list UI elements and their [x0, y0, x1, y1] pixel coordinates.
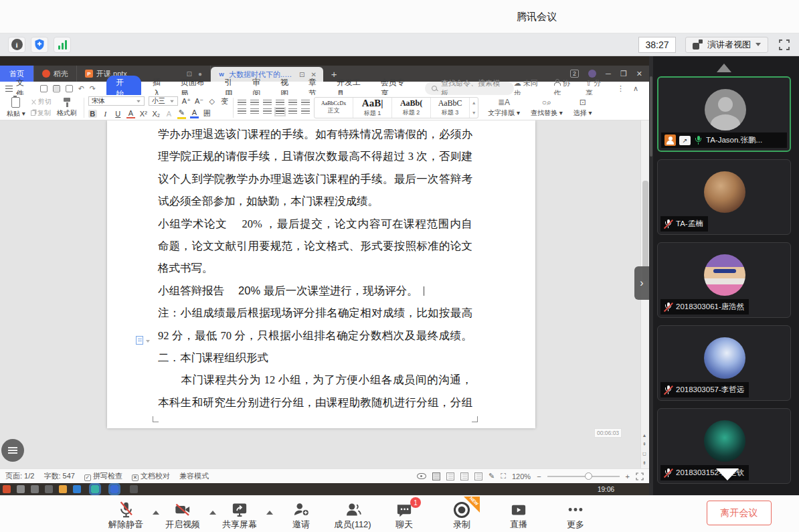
style-normal[interactable]: AaBbCcDx正文 — [315, 98, 353, 118]
members-button[interactable]: 成员(112) — [323, 499, 382, 531]
doc-line[interactable]: 注：小组成绩最后根据现场评分排名确定相对成绩，比如按最高 — [158, 302, 472, 324]
styles-up-icon[interactable]: ▲ — [472, 100, 476, 105]
align-center-button[interactable] — [250, 108, 259, 115]
doc-line[interactable]: 学办办理退选该门课程的手续。如有特殊情况需请假的，必须办 — [158, 123, 472, 145]
taskbar-browser-icon[interactable] — [73, 485, 81, 493]
shrink-font-button[interactable]: A⁻ — [195, 97, 203, 106]
char-scale-button[interactable] — [288, 100, 297, 106]
scroll-down-arrow[interactable] — [716, 468, 739, 480]
zoom-level[interactable]: 120% — [512, 472, 531, 480]
doc-line[interactable]: 命题，论文文献引用要规范，论文格式、形式要按照标准的论文 — [158, 235, 472, 257]
participant-tile[interactable]: ↗ TA-Jason.张鹏... — [657, 76, 791, 152]
security-button[interactable] — [31, 37, 48, 53]
find-replace-button[interactable]: ○⌕查找替换 ▾ — [525, 98, 568, 118]
doc-heading[interactable]: 二．本门课程组织形式 — [158, 347, 472, 369]
bold-button[interactable]: B — [88, 110, 97, 118]
italic-button[interactable]: I — [101, 110, 110, 118]
spellcheck-toggle[interactable]: ✓拼写检查 — [84, 471, 122, 481]
char-border-button[interactable]: 囲 — [203, 108, 211, 118]
invite-button[interactable]: 邀请 — [276, 499, 326, 531]
font-size-select[interactable]: 小三 — [149, 96, 178, 106]
highlight-button[interactable]: ✎ — [177, 108, 186, 119]
text-layout-button[interactable]: ≣A文字排版 ▾ — [482, 98, 525, 118]
chat-button[interactable]: 1 聊天 — [379, 499, 429, 531]
live-button[interactable]: 直播 — [493, 499, 544, 531]
sidebar-collapse-handle[interactable]: › — [634, 266, 649, 300]
doc-line[interactable]: 本科生和研究生分别进行分组，由课程助教随机进行分组，分组 — [158, 391, 472, 414]
taskbar-search-icon[interactable] — [17, 485, 25, 493]
fullscreen-doc-icon[interactable] — [636, 472, 644, 480]
font-color-button[interactable]: A — [126, 109, 135, 118]
proofread-toggle[interactable]: ✕文档校对 — [132, 471, 170, 481]
taskbar-app-icon[interactable] — [130, 485, 138, 493]
paragraph-format-icon[interactable] — [136, 336, 143, 345]
save-icon[interactable] — [40, 85, 48, 92]
grow-font-button[interactable]: A⁺ — [182, 97, 191, 106]
doc-line[interactable]: 小组答辩报告 20% 最后一次课堂进行，现场评分。 — [158, 280, 472, 302]
zoom-slider[interactable] — [547, 476, 620, 477]
superscript-button[interactable]: X² — [139, 110, 148, 118]
char-shading-button[interactable]: A — [165, 110, 173, 118]
justify-button[interactable] — [276, 108, 284, 115]
taskbar-word-icon[interactable] — [110, 485, 118, 493]
share-options-arrow[interactable] — [266, 511, 273, 515]
record-button[interactable]: NEW 录制 — [436, 499, 487, 531]
number-list-button[interactable] — [250, 100, 259, 106]
align-right-button[interactable] — [263, 108, 272, 115]
style-heading2[interactable]: AaBb(标题 2 — [392, 98, 431, 118]
scroll-up-arrow[interactable] — [717, 64, 731, 72]
taskbar-app-icon[interactable] — [3, 485, 11, 493]
style-heading3[interactable]: AaBbC标题 3 — [431, 98, 470, 118]
doc-line[interactable]: 格式书写。 — [158, 257, 472, 279]
network-status-button[interactable] — [54, 37, 71, 53]
doc-line[interactable]: 本门课程共分为 12 小组，为了方便小组各成员间的沟通， — [158, 369, 472, 391]
zoom-slider-knob[interactable] — [585, 472, 592, 480]
ink-icon[interactable]: ✎ — [489, 472, 495, 480]
leave-meeting-button[interactable]: 离开会议 — [707, 501, 772, 525]
format-painter-button[interactable]: 格式刷 — [54, 98, 80, 118]
taskbar-meeting-icon[interactable] — [91, 485, 99, 493]
preview-icon[interactable] — [66, 85, 73, 92]
maximize-button[interactable]: ❒ — [620, 70, 627, 78]
skin-icon[interactable] — [588, 70, 596, 78]
font-name-select[interactable]: 宋体 — [88, 96, 145, 106]
command-search-input[interactable]: 查找命令、搜索模板 — [425, 82, 513, 95]
doc-line[interactable]: 小组学术论文 20% ，最后提交，论文内容可在课程范围内自 — [158, 213, 472, 235]
zoom-in-button[interactable]: + — [626, 472, 630, 480]
sidebar-scrollbar[interactable] — [649, 56, 653, 495]
style-heading1[interactable]: AaB|标题 1 — [353, 98, 392, 118]
more-button[interactable]: 更多 — [550, 499, 601, 531]
redo-icon[interactable]: ↷ — [90, 84, 96, 93]
styles-down-icon[interactable]: ▼ — [472, 110, 476, 115]
participant-tile[interactable]: 2018303057-李哲远 — [657, 325, 791, 401]
clear-format-button[interactable]: ◇ — [207, 97, 216, 106]
paste-button[interactable]: 粘贴 ▾ — [4, 97, 28, 118]
doc-line[interactable]: 理学院正规的请假手续，且请假次数最高不得超过 3 次，否则建 — [158, 145, 472, 167]
subscript-button[interactable]: X₂ — [152, 110, 161, 118]
participant-tile[interactable]: TA-孟楠 — [657, 159, 791, 235]
web-view-icon[interactable] — [474, 472, 482, 480]
decrease-indent-button[interactable] — [263, 100, 272, 106]
more-menu-icon[interactable]: ⋮ — [617, 84, 624, 93]
distribute-button[interactable] — [288, 108, 297, 115]
fit-page-icon[interactable]: ⛶ — [501, 472, 506, 480]
wps-tab-docer[interactable]: 稻壳 — [34, 66, 77, 82]
pinyin-button[interactable]: 变 — [220, 96, 229, 106]
cut-button[interactable]: 剪切 — [31, 97, 52, 106]
word-count[interactable]: 字数: 547 — [43, 471, 74, 481]
copy-button[interactable]: 复制 — [31, 108, 52, 118]
taskbar-app-icon[interactable] — [45, 485, 53, 493]
bullet-list-button[interactable] — [238, 100, 246, 106]
doc-line[interactable]: 试必须全部参加，如缺勤，本门课程没成绩。 — [158, 190, 472, 212]
unmute-button[interactable]: 解除静音 — [100, 499, 151, 531]
start-video-button[interactable]: 开启视频 — [157, 499, 208, 531]
align-left-button[interactable] — [238, 108, 246, 115]
minimize-button[interactable]: ─ — [606, 70, 611, 78]
document-page[interactable]: 学办办理退选该门课程的手续。如有特殊情况需请假的，必须办 理学院正规的请假手续，… — [107, 120, 535, 428]
underline-button[interactable]: U — [114, 110, 122, 118]
meeting-float-menu-button[interactable] — [1, 439, 24, 462]
text-color-button[interactable]: A — [190, 108, 199, 118]
print-icon[interactable] — [53, 85, 60, 92]
share-screen-button[interactable]: 共享屏幕 — [214, 499, 265, 531]
doc-line[interactable]: 议个人到学院教学办办理退选该门课程的手续。最后一次答辩考 — [158, 168, 472, 190]
